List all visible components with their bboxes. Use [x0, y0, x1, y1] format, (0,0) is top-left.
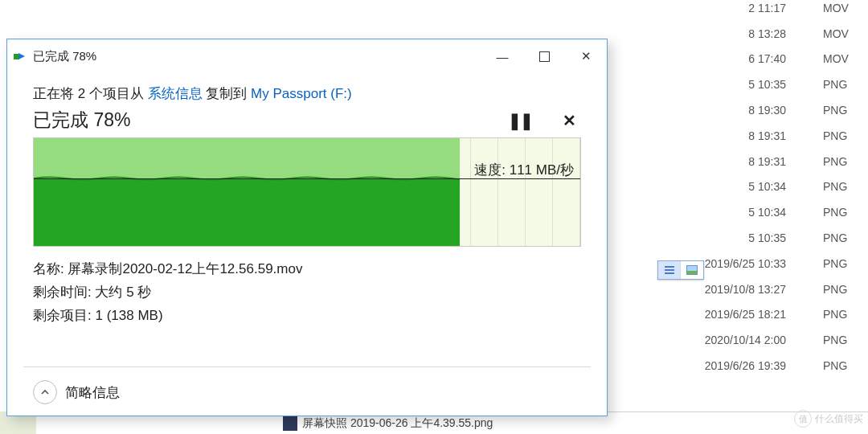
dest-link[interactable]: My Passport (F:)	[251, 86, 352, 101]
file-list: 2 11:17MOV8 13:28MOV6 17:40MOV5 10:35PNG…	[635, 0, 868, 379]
copy-progress-dialog: 已完成 78% — ✕ 正在将 2 个项目从 系统信息 复制到 My Passp…	[6, 39, 608, 416]
speed-value: 111 MB/秒	[510, 162, 574, 178]
minimize-button[interactable]: —	[481, 41, 523, 72]
maximize-icon	[539, 51, 550, 62]
copy-description: 正在将 2 个项目从 系统信息 复制到 My Passport (F:)	[33, 84, 581, 103]
table-row[interactable]: 2 11:17MOV	[635, 0, 868, 21]
view-mode-picker[interactable]	[657, 260, 704, 280]
file-type: PNG	[823, 257, 868, 270]
table-row[interactable]: 5 10:35PNG	[635, 225, 868, 251]
table-row[interactable]: 5 10:35PNG	[635, 72, 868, 97]
source-link[interactable]: 系统信息	[148, 86, 203, 101]
file-date: 6 17:40	[635, 52, 823, 65]
view-thumbnails-icon[interactable]	[681, 261, 703, 279]
cancel-button[interactable]: ✕	[563, 111, 576, 130]
chart-fill-upper	[34, 138, 460, 178]
file-date: 5 10:35	[635, 231, 823, 244]
items-remaining-label: 剩余项目:	[33, 308, 95, 323]
file-date: 8 19:31	[635, 155, 823, 168]
table-row[interactable]: 5 10:34PNG	[635, 174, 868, 200]
table-row[interactable]: 8 19:30PNG	[635, 97, 868, 123]
file-type: PNG	[823, 359, 868, 372]
window-title: 已完成 78%	[33, 49, 96, 64]
table-row[interactable]: 2019/6/26 19:39PNG	[635, 353, 868, 379]
table-row[interactable]: 8 19:31PNG	[635, 123, 868, 149]
time-remaining-label: 剩余时间:	[33, 285, 95, 300]
watermark-text: 什么值得买	[815, 412, 863, 426]
file-type: MOV	[823, 52, 868, 65]
speed-label: 速度: 111 MB/秒	[474, 161, 574, 179]
pause-button[interactable]: ❚❚	[508, 111, 532, 130]
speed-chart: 速度: 111 MB/秒	[33, 137, 581, 247]
close-button[interactable]: ✕	[565, 41, 607, 72]
file-type: PNG	[823, 334, 868, 346]
items-remaining-value: 1 (138 MB)	[95, 308, 162, 323]
minimize-icon: —	[497, 50, 509, 63]
table-row[interactable]: 8 13:28MOV	[635, 21, 868, 47]
file-date: 8 13:28	[635, 27, 823, 40]
name-value: 屏幕录制2020-02-12上午12.56.59.mov	[68, 261, 302, 276]
chevron-up-icon	[39, 387, 51, 398]
file-date: 2019/6/25 18:21	[635, 308, 823, 321]
table-row[interactable]: 2019/10/8 13:27PNG	[635, 276, 868, 302]
dialog-footer: 简略信息	[33, 380, 120, 404]
table-row[interactable]: 8 19:31PNG	[635, 149, 868, 174]
file-date: 5 10:35	[635, 78, 823, 91]
file-date: 8 19:31	[635, 129, 823, 142]
view-list-icon[interactable]	[658, 261, 681, 279]
file-date: 2 11:17	[635, 2, 823, 14]
file-type: PNG	[823, 206, 868, 219]
file-type: PNG	[823, 308, 868, 321]
file-type: PNG	[823, 78, 868, 91]
file-date: 2019/10/8 13:27	[635, 283, 823, 296]
file-date: 5 10:34	[635, 206, 823, 219]
simple-info-label[interactable]: 简略信息	[65, 383, 120, 402]
bottom-file-name: 屏幕快照 2019-06-26 上午4.39.55.png	[302, 416, 493, 431]
maximize-button[interactable]	[523, 41, 565, 72]
file-type: MOV	[823, 2, 868, 14]
table-row[interactable]: 2019/6/25 18:21PNG	[635, 302, 868, 328]
table-row[interactable]: 6 17:40MOV	[635, 47, 868, 72]
file-type: PNG	[823, 104, 868, 117]
file-type: PNG	[823, 283, 868, 296]
file-type: MOV	[823, 27, 868, 40]
speed-prefix: 速度:	[474, 162, 509, 178]
copy-mid: 复制到	[203, 86, 251, 101]
chart-fill-lower	[34, 178, 460, 246]
titlebar[interactable]: 已完成 78% — ✕	[7, 39, 607, 73]
file-date: 8 19:30	[635, 104, 823, 117]
divider	[23, 366, 591, 367]
copy-icon	[14, 51, 27, 61]
close-icon: ✕	[581, 49, 592, 63]
file-date: 5 10:34	[635, 180, 823, 193]
table-row[interactable]: 2020/10/14 2:00PNG	[635, 327, 868, 353]
progress-text: 已完成 78%	[33, 108, 130, 133]
watermark-logo-icon: 值	[794, 410, 812, 428]
image-thumbnail-icon	[283, 416, 297, 431]
file-type: PNG	[823, 155, 868, 168]
watermark: 值 什么值得买	[794, 410, 863, 428]
file-type: PNG	[823, 180, 868, 193]
table-row[interactable]: 5 10:34PNG	[635, 199, 868, 225]
file-date: 2019/6/26 19:39	[635, 359, 823, 372]
file-type: PNG	[823, 129, 868, 142]
file-date: 2020/10/14 2:00	[635, 334, 823, 346]
copy-prefix: 正在将 2 个项目从	[33, 86, 148, 101]
collapse-details-button[interactable]	[33, 380, 57, 404]
name-label: 名称:	[33, 261, 68, 276]
copy-meta: 名称: 屏幕录制2020-02-12上午12.56.59.mov 剩余时间: 大…	[33, 258, 581, 328]
file-type: PNG	[823, 231, 868, 244]
time-remaining-value: 大约 5 秒	[95, 285, 151, 300]
